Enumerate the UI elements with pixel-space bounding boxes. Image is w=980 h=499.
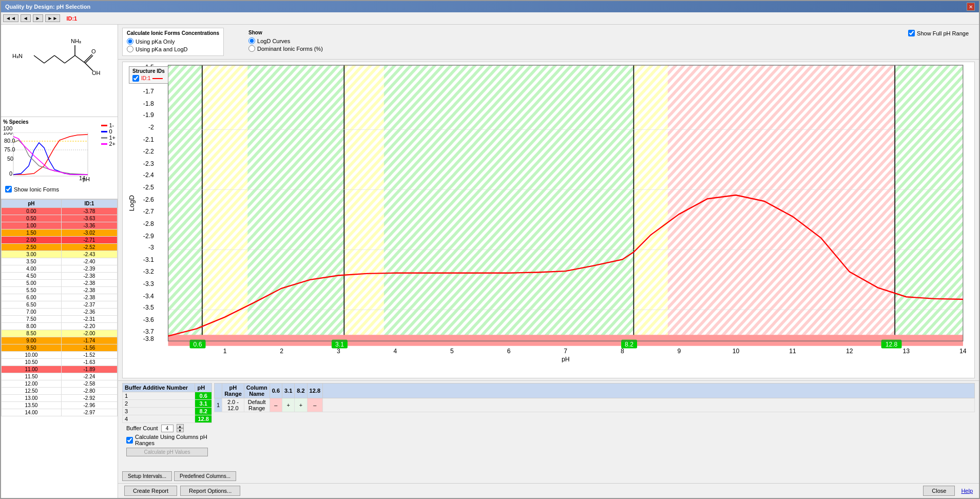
ph-cell: 5.50 [2, 287, 62, 294]
calc-using-label[interactable]: Calculate Using Columns pH Ranges [135, 434, 208, 446]
help-button[interactable]: Help [961, 488, 973, 494]
molecule-structure: H₂N O OH NH₂ [8, 30, 111, 112]
show-full-ph-check[interactable] [908, 30, 915, 36]
svg-text:-3.2: -3.2 [143, 267, 154, 275]
range-128-header: 12.8 [307, 383, 322, 398]
val-cell: -2.97 [61, 409, 117, 416]
footer-right-buttons: Close Help [923, 486, 973, 496]
svg-line-6 [85, 55, 93, 63]
structure-id-item[interactable]: ID:1 [132, 75, 165, 82]
create-report-button[interactable]: Create Report [124, 486, 177, 496]
legend-item-1minus: 1- [101, 122, 116, 128]
dominant-label[interactable]: Dominant Ionic Forms (%) [257, 46, 323, 52]
ph-cell: 5.00 [2, 280, 62, 287]
ph-cell: 0.00 [2, 208, 62, 215]
ph-cell: 13.50 [2, 402, 62, 409]
ph-cell: 3.50 [2, 258, 62, 265]
dominant-radio[interactable] [248, 45, 255, 52]
radio-dominant-option[interactable]: Dominant Ionic Forms (%) [248, 45, 323, 52]
buffer-ph-cell: 0.6 [195, 392, 212, 400]
ph-cell: 1.00 [2, 222, 62, 229]
spinner-up-button[interactable]: ▲ [177, 424, 184, 428]
range-empty-header [323, 383, 975, 398]
svg-text:-2.5: -2.5 [143, 184, 154, 191]
logd-radio[interactable] [248, 37, 255, 44]
calc-checkbox-row[interactable]: Calculate Using Columns pH Ranges [126, 434, 208, 446]
ph-cell: 4.50 [2, 273, 62, 280]
ph-cell: 6.50 [2, 301, 62, 309]
val-cell: -2.92 [61, 395, 117, 402]
val-cell: -1.74 [61, 337, 117, 344]
buffer-num-cell: 2 [123, 400, 195, 408]
show-ionic-label[interactable]: Show Ionic Forms [14, 186, 59, 193]
title-bar: Quality by Design: pH Selection ✕ [1, 1, 979, 12]
logd-label[interactable]: LogD Curves [257, 38, 290, 44]
calc-ph-button[interactable]: Calculate pH Values [126, 448, 208, 456]
show-full-ph-label[interactable]: Show Full pH Range [917, 30, 969, 36]
svg-text:4: 4 [394, 348, 397, 355]
svg-text:7: 7 [564, 348, 567, 355]
show-full-ph-container[interactable]: Show Full pH Range [908, 30, 969, 36]
show-ionic-checkbox[interactable]: Show Ionic Forms [3, 185, 116, 194]
svg-text:12.8: 12.8 [886, 341, 898, 349]
spinner-down-button[interactable]: ▼ [177, 428, 184, 432]
nav-last-button[interactable]: ►► [45, 14, 61, 22]
val-cell: -2.71 [61, 237, 117, 244]
radio-pka-only-option[interactable]: Using pKa Only [127, 38, 219, 45]
ph-cell: 9.50 [2, 344, 62, 352]
svg-rect-41 [168, 335, 963, 346]
legend-color-1plus [101, 137, 107, 139]
svg-text:-1.8: -1.8 [143, 100, 154, 107]
svg-rect-31 [247, 65, 344, 341]
val-cell: -2.38 [61, 287, 117, 294]
pka-only-radio[interactable] [127, 38, 133, 45]
svg-text:-3.7: -3.7 [143, 328, 154, 335]
ph-cell: 12.50 [2, 388, 62, 395]
val-cell: -2.00 [61, 330, 117, 337]
svg-text:75.0: 75.0 [4, 146, 15, 152]
buffer-num-cell: 1 [123, 392, 195, 400]
svg-text:-2.4: -2.4 [143, 171, 154, 179]
ph-cell: 8.50 [2, 330, 62, 337]
pka-logd-label[interactable]: Using pKa and LogD [136, 46, 188, 52]
range-row-v4: – [307, 398, 322, 412]
window-close-button[interactable]: ✕ [967, 3, 975, 11]
svg-line-4 [65, 55, 75, 63]
predefined-columns-button[interactable]: Predefined Columns... [174, 471, 236, 481]
svg-text:10: 10 [733, 348, 740, 355]
nav-prev-button[interactable]: ◄ [21, 14, 31, 22]
close-button[interactable]: Close [923, 486, 955, 496]
pka-logd-radio[interactable] [127, 46, 133, 52]
calc-using-check[interactable] [126, 437, 133, 444]
svg-text:pH: pH [562, 355, 570, 362]
main-window: Quality by Design: pH Selection ✕ ◄◄ ◄ ►… [0, 0, 980, 499]
structure-id-check[interactable] [132, 75, 139, 82]
pka-only-label[interactable]: Using pKa Only [136, 39, 175, 45]
nav-first-button[interactable]: ◄◄ [3, 14, 18, 22]
ph-cell: 2.00 [2, 237, 62, 244]
range-row-name: Default Range [244, 398, 270, 412]
setup-intervals-button[interactable]: Setup Intervals... [122, 471, 172, 481]
val-cell: -2.31 [61, 316, 117, 323]
svg-text:100: 100 [3, 132, 12, 136]
footer-left-buttons: Create Report Report Options... [124, 486, 240, 496]
ph-range-table-container: pH Range Column Name 0.6 3.1 8.2 12.8 [214, 383, 975, 467]
buffer-area: Buffer Additive Number pH 10.623.138.241… [118, 381, 979, 469]
ph-col-header: pH [2, 200, 62, 208]
range-colname-header: Column Name [244, 383, 270, 398]
svg-line-2 [44, 55, 54, 63]
svg-text:-3.8: -3.8 [143, 335, 154, 343]
val-cell: -2.58 [61, 380, 117, 388]
svg-text:14: 14 [79, 175, 85, 181]
radio-logd-option[interactable]: LogD Curves [248, 37, 323, 44]
nav-next-button[interactable]: ► [33, 14, 43, 22]
svg-text:LogD: LogD [129, 195, 136, 211]
show-group-title: Show [248, 30, 323, 35]
show-ionic-check[interactable] [5, 186, 12, 193]
report-options-button[interactable]: Report Options... [180, 486, 240, 496]
radio-pka-logd-option[interactable]: Using pKa and LogD [127, 46, 219, 52]
ph-table[interactable]: pH ID:1 0.00-3.780.50-3.631.00-3.361.50-… [1, 199, 118, 498]
svg-rect-33 [384, 65, 634, 341]
buffer-count-input[interactable] [161, 425, 174, 432]
main-content: H₂N O OH NH₂ [1, 25, 979, 498]
